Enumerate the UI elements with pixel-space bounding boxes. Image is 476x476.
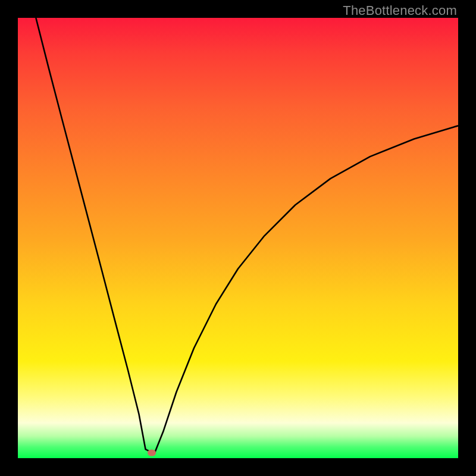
chart-frame: TheBottleneck.com xyxy=(0,0,476,476)
optimum-marker xyxy=(148,450,156,456)
bottleneck-curve xyxy=(18,18,458,458)
curve-path xyxy=(36,18,458,454)
chart-plot-area xyxy=(18,18,458,458)
watermark-text: TheBottleneck.com xyxy=(343,3,457,18)
